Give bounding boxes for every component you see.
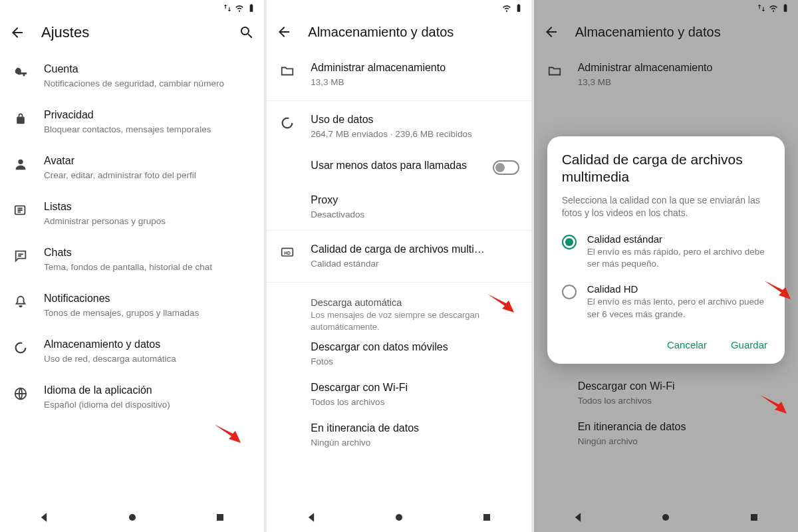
- item-sub: 13,3 MB: [311, 76, 519, 88]
- option-standard-quality[interactable]: Calidad estándar El envío es más rápido,…: [562, 233, 770, 270]
- item-dl-mobile[interactable]: Descargar con datos móvilesFotos: [267, 334, 531, 374]
- item-sub: Fotos: [311, 356, 519, 368]
- settings-item-language[interactable]: Idioma de la aplicaciónEspañol (idioma d…: [0, 374, 264, 420]
- app-bar: Almacenamiento y datos: [267, 16, 531, 47]
- item-label: Idioma de la aplicación: [44, 384, 252, 398]
- item-dl-roaming[interactable]: En itinerancia de datosNingún archivo: [267, 415, 531, 456]
- option-hd-quality[interactable]: Calidad HD El envío es más lento, pero e…: [562, 283, 770, 320]
- item-data-usage[interactable]: Uso de datos264,7 MB enviados · 239,6 MB…: [267, 104, 531, 150]
- settings-item-lists[interactable]: ListasAdministrar personas y grupos: [0, 191, 264, 237]
- item-label: En itinerancia de datos: [311, 422, 519, 436]
- item-label: Proxy: [311, 194, 519, 207]
- nav-home-icon[interactable]: [392, 511, 406, 524]
- item-sub: Ningún archivo: [311, 437, 519, 449]
- settings-item-chats[interactable]: ChatsTema, fondos de pantalla, historial…: [0, 237, 264, 283]
- hd-icon: HD: [279, 244, 296, 261]
- battery-icon: [247, 3, 256, 13]
- wifi-icon: [235, 3, 244, 13]
- item-dl-wifi[interactable]: Descargar con Wi-FiTodos los archivos: [267, 374, 531, 415]
- svg-point-6: [283, 118, 293, 128]
- back-button[interactable]: [9, 25, 25, 41]
- page-title: Ajustes: [41, 24, 223, 41]
- dialog-scrim[interactable]: Calidad de carga de archivos multimedia …: [534, 0, 798, 532]
- chat-icon: [12, 247, 29, 265]
- screen-storage-dialog: Almacenamiento y datos Administrar almac…: [534, 0, 798, 532]
- dialog-description: Selecciona la calidad con la que se envi…: [562, 194, 770, 220]
- item-label: Cuenta: [44, 63, 252, 76]
- section-auto-download: Descarga automática Los mensajes de voz …: [267, 285, 531, 334]
- section-sub: Los mensajes de voz siempre se descargan…: [311, 309, 519, 332]
- item-less-data-calls[interactable]: Usar menos datos para llamadas: [267, 150, 531, 187]
- item-sub: Calidad estándar: [311, 258, 519, 270]
- divider: [267, 230, 531, 231]
- item-sub: Tema, fondos de pantalla, historial de c…: [44, 261, 252, 273]
- lock-icon: [12, 110, 29, 127]
- settings-item-account[interactable]: CuentaNotificaciones de seguridad, cambi…: [0, 53, 264, 99]
- cancel-button[interactable]: Cancelar: [664, 335, 710, 354]
- dialog-actions: Cancelar Guardar: [562, 335, 770, 354]
- nav-recent-icon[interactable]: [213, 511, 227, 524]
- settings-item-avatar[interactable]: AvatarCrear, editar, administrar foto de…: [0, 145, 264, 191]
- storage-list: Administrar almacenamiento13,3 MB Uso de…: [267, 47, 531, 503]
- upload-quality-dialog: Calidad de carga de archivos multimedia …: [547, 136, 785, 364]
- item-sub: Administrar personas y grupos: [44, 215, 252, 227]
- item-upload-quality[interactable]: HD Calidad de carga de archivos multi…Ca…: [267, 233, 531, 279]
- item-label: Almacenamiento y datos: [44, 338, 252, 352]
- item-sub: Tonos de mensajes, grupos y llamadas: [44, 307, 252, 319]
- swap-icon: [223, 3, 232, 13]
- nav-back-icon[interactable]: [305, 511, 318, 524]
- key-icon: [12, 64, 29, 81]
- option-sub: El envío es más lento, pero el archivo p…: [587, 296, 770, 320]
- item-sub: 264,7 MB enviados · 239,6 MB recibidos: [311, 128, 519, 140]
- item-proxy[interactable]: ProxyDesactivados: [267, 187, 531, 227]
- item-label: Calidad de carga de archivos multi…: [311, 243, 519, 257]
- item-label: Usar menos datos para llamadas: [311, 159, 477, 173]
- section-title: Descarga automática: [311, 297, 519, 308]
- item-manage-storage[interactable]: Administrar almacenamiento13,3 MB: [267, 52, 531, 98]
- item-label: Descargar con datos móviles: [311, 340, 519, 354]
- option-sub: El envío es más rápido, pero el archivo …: [587, 246, 770, 270]
- divider: [267, 100, 531, 101]
- page-title: Almacenamiento y datos: [308, 25, 521, 40]
- battery-icon: [514, 3, 523, 13]
- dialog-title: Calidad de carga de archivos multimedia: [562, 151, 770, 186]
- folder-icon: [279, 63, 296, 80]
- lists-icon: [12, 201, 29, 219]
- item-sub: Uso de red, descarga automática: [44, 353, 252, 365]
- nav-recent-icon[interactable]: [480, 511, 493, 524]
- toggle-less-data[interactable]: [493, 160, 519, 175]
- divider: [267, 282, 531, 283]
- option-label: Calidad estándar: [587, 233, 770, 245]
- item-label: Uso de datos: [311, 113, 519, 127]
- item-sub: Español (idioma del dispositivo): [44, 399, 252, 411]
- item-sub: Crear, editar, administrar foto del perf…: [44, 170, 252, 182]
- back-button[interactable]: [276, 24, 292, 40]
- settings-item-privacy[interactable]: PrivacidadBloquear contactos, mensajes t…: [0, 99, 264, 145]
- svg-point-9: [396, 514, 402, 521]
- svg-point-4: [129, 514, 136, 521]
- status-bar: [0, 0, 264, 16]
- radio-unchecked-icon[interactable]: [562, 285, 577, 299]
- item-sub: Todos los archivos: [311, 396, 519, 408]
- item-sub: Desactivados: [311, 209, 519, 221]
- settings-item-notifications[interactable]: NotificacionesTonos de mensajes, grupos …: [0, 283, 264, 329]
- item-label: Privacidad: [44, 108, 252, 122]
- nav-home-icon[interactable]: [126, 511, 139, 524]
- search-button[interactable]: [239, 25, 255, 41]
- android-nav-bar: [0, 503, 264, 532]
- wifi-icon: [502, 3, 511, 13]
- settings-item-storage[interactable]: Almacenamiento y datosUso de red, descar…: [0, 329, 264, 374]
- radio-checked-icon[interactable]: [562, 235, 577, 249]
- avatar-icon: [12, 156, 29, 173]
- globe-icon: [12, 385, 29, 402]
- svg-rect-10: [483, 514, 490, 521]
- data-usage-icon: [12, 339, 29, 356]
- nav-back-icon[interactable]: [37, 511, 51, 524]
- item-label: Listas: [44, 200, 252, 214]
- item-sub: Notificaciones de seguridad, cambiar núm…: [44, 78, 252, 90]
- data-usage-icon: [279, 114, 296, 132]
- svg-rect-5: [217, 514, 223, 521]
- save-button[interactable]: Guardar: [728, 335, 770, 354]
- option-label: Calidad HD: [587, 283, 770, 295]
- bell-icon: [12, 293, 29, 311]
